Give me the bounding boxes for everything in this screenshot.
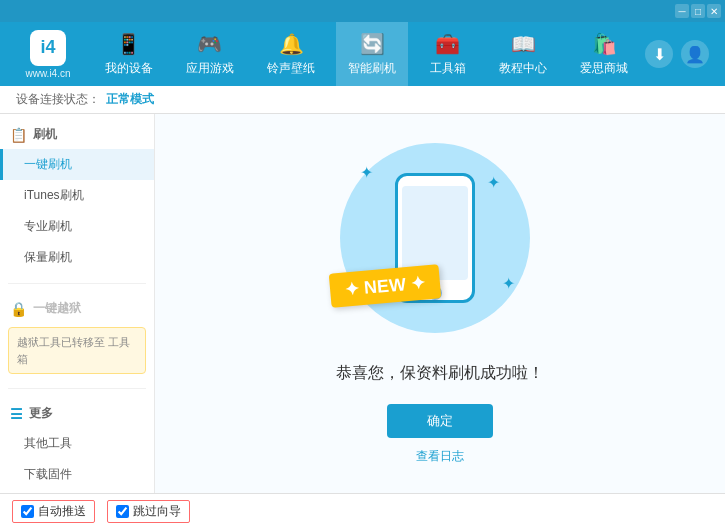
logo-icon: i4 bbox=[30, 30, 66, 66]
nav-right-buttons: ⬇ 👤 bbox=[645, 40, 717, 68]
more-section-header: ☰ 更多 bbox=[0, 399, 154, 428]
other-tools-label: 其他工具 bbox=[24, 436, 72, 450]
status-bar: 设备连接状态： 正常模式 bbox=[0, 86, 725, 114]
skip-wizard-label: 跳过向导 bbox=[133, 503, 181, 520]
skip-wizard-checkbox[interactable]: 跳过向导 bbox=[107, 500, 190, 523]
nav-items: 📱 我的设备 🎮 应用游戏 🔔 铃声壁纸 🔄 智能刷机 🧰 工具箱 📖 教程中心… bbox=[88, 22, 645, 86]
nav-toolbox-label: 工具箱 bbox=[430, 60, 466, 77]
main-content: 📋 刷机 一键刷机 iTunes刷机 专业刷机 保量刷机 🔒 一键越狱 bbox=[0, 114, 725, 493]
tutorials-icon: 📖 bbox=[511, 32, 536, 56]
sparkle-1: ✦ bbox=[360, 163, 373, 182]
my-device-icon: 📱 bbox=[116, 32, 141, 56]
more-section-label: 更多 bbox=[29, 405, 53, 422]
save-flash-label: 保量刷机 bbox=[24, 250, 72, 264]
nav-ringtones[interactable]: 🔔 铃声壁纸 bbox=[255, 22, 327, 86]
phone-circle: ✦ ✦ ✦ ✦ NEW ✦ bbox=[340, 143, 530, 333]
sparkle-2: ✦ bbox=[487, 173, 500, 192]
maximize-button[interactable]: □ bbox=[691, 4, 705, 18]
status-label: 设备连接状态： bbox=[16, 91, 100, 108]
nav-my-device-label: 我的设备 bbox=[105, 60, 153, 77]
nav-smart-flash-label: 智能刷机 bbox=[348, 60, 396, 77]
content-area: ✦ ✦ ✦ ✦ NEW ✦ 恭喜您，保资料刷机成功啦！ 确定 查看日志 bbox=[155, 114, 725, 493]
more-section: ☰ 更多 其他工具 下载固件 高级功能 bbox=[0, 393, 154, 493]
title-bar: ─ □ ✕ bbox=[0, 0, 725, 22]
nav-toolbox[interactable]: 🧰 工具箱 bbox=[418, 22, 478, 86]
status-value: 正常模式 bbox=[106, 91, 154, 108]
success-title: 恭喜您，保资料刷机成功啦！ bbox=[336, 363, 544, 384]
flash-section-header: 📋 刷机 bbox=[0, 120, 154, 149]
bottom-panel: 自动推送 跳过向导 📱 iPhone 12 mini 64GB Down-12m… bbox=[0, 493, 725, 523]
nav-my-device[interactable]: 📱 我的设备 bbox=[93, 22, 165, 86]
jailbreak-warning: 越狱工具已转移至 工具箱 bbox=[8, 327, 146, 374]
user-button[interactable]: 👤 bbox=[681, 40, 709, 68]
window-controls: ─ □ ✕ bbox=[675, 4, 721, 18]
nav-bar: i4 www.i4.cn 📱 我的设备 🎮 应用游戏 🔔 铃声壁纸 🔄 智能刷机… bbox=[0, 22, 725, 86]
sidebar-itunes-flash[interactable]: iTunes刷机 bbox=[0, 180, 154, 211]
istore-icon: 🛍️ bbox=[592, 32, 617, 56]
nav-tutorials-label: 教程中心 bbox=[499, 60, 547, 77]
flash-section-icon: 📋 bbox=[10, 127, 27, 143]
nav-tutorials[interactable]: 📖 教程中心 bbox=[487, 22, 559, 86]
sidebar-pro-flash[interactable]: 专业刷机 bbox=[0, 211, 154, 242]
sidebar-save-flash[interactable]: 保量刷机 bbox=[0, 242, 154, 273]
lock-icon: 🔒 bbox=[10, 301, 27, 317]
flash-section: 📋 刷机 一键刷机 iTunes刷机 专业刷机 保量刷机 bbox=[0, 114, 154, 279]
download-firmware-label: 下载固件 bbox=[24, 467, 72, 481]
sidebar-other-tools[interactable]: 其他工具 bbox=[0, 428, 154, 459]
apps-icon: 🎮 bbox=[197, 32, 222, 56]
jailbreak-warning-text: 越狱工具已转移至 工具箱 bbox=[17, 336, 130, 365]
divider-1 bbox=[8, 283, 146, 284]
skip-wizard-input[interactable] bbox=[116, 505, 129, 518]
nav-ringtones-label: 铃声壁纸 bbox=[267, 60, 315, 77]
pro-flash-label: 专业刷机 bbox=[24, 219, 72, 233]
phone-illustration: ✦ ✦ ✦ ✦ NEW ✦ bbox=[340, 143, 540, 343]
bottom-checkboxes: 自动推送 跳过向导 bbox=[0, 494, 725, 523]
auto-push-label: 自动推送 bbox=[38, 503, 86, 520]
nav-apps[interactable]: 🎮 应用游戏 bbox=[174, 22, 246, 86]
sparkle-3: ✦ bbox=[502, 274, 515, 293]
nav-istore[interactable]: 🛍️ 爱思商城 bbox=[568, 22, 640, 86]
sidebar-one-click-flash[interactable]: 一键刷机 bbox=[0, 149, 154, 180]
toolbox-icon: 🧰 bbox=[435, 32, 460, 56]
minimize-button[interactable]: ─ bbox=[675, 4, 689, 18]
jailbreak-header: 🔒 一键越狱 bbox=[0, 294, 154, 323]
sidebar-advanced[interactable]: 高级功能 bbox=[0, 490, 154, 493]
divider-2 bbox=[8, 388, 146, 389]
itunes-flash-label: iTunes刷机 bbox=[24, 188, 84, 202]
one-click-flash-label: 一键刷机 bbox=[24, 157, 72, 171]
auto-push-checkbox[interactable]: 自动推送 bbox=[12, 500, 95, 523]
logo-url: www.i4.cn bbox=[25, 68, 70, 79]
confirm-button[interactable]: 确定 bbox=[387, 404, 493, 438]
flash-section-label: 刷机 bbox=[33, 126, 57, 143]
view-log-link[interactable]: 查看日志 bbox=[416, 448, 464, 465]
jailbreak-section: 🔒 一键越狱 越狱工具已转移至 工具箱 bbox=[0, 288, 154, 384]
nav-apps-label: 应用游戏 bbox=[186, 60, 234, 77]
download-button[interactable]: ⬇ bbox=[645, 40, 673, 68]
close-button[interactable]: ✕ bbox=[707, 4, 721, 18]
nav-istore-label: 爱思商城 bbox=[580, 60, 628, 77]
nav-smart-flash[interactable]: 🔄 智能刷机 bbox=[336, 22, 408, 86]
more-icon: ☰ bbox=[10, 406, 23, 422]
jailbreak-label: 一键越狱 bbox=[33, 300, 81, 317]
smart-flash-icon: 🔄 bbox=[360, 32, 385, 56]
sidebar: 📋 刷机 一键刷机 iTunes刷机 专业刷机 保量刷机 🔒 一键越狱 bbox=[0, 114, 155, 493]
sidebar-download-firmware[interactable]: 下载固件 bbox=[0, 459, 154, 490]
app-logo: i4 www.i4.cn bbox=[8, 30, 88, 79]
ringtones-icon: 🔔 bbox=[279, 32, 304, 56]
auto-push-input[interactable] bbox=[21, 505, 34, 518]
